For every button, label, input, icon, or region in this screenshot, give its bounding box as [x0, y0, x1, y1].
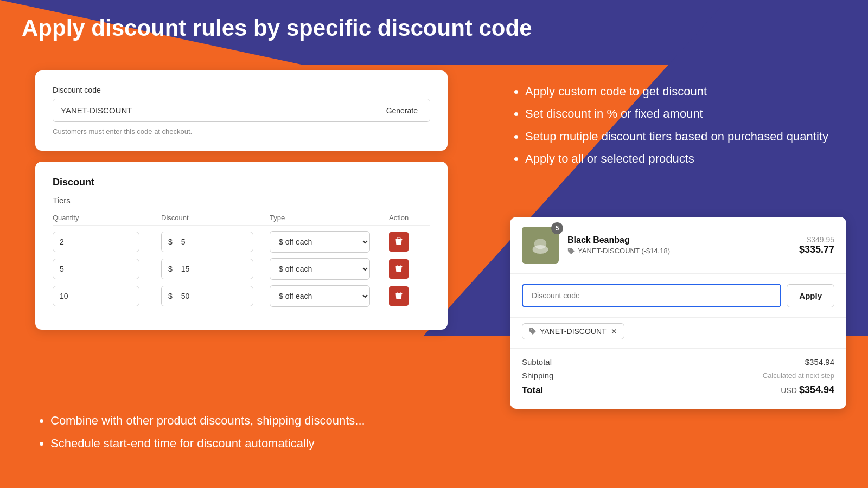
tier-3-delete-button[interactable] — [389, 286, 409, 306]
tier-2-type-select[interactable]: $ off each % off each — [270, 258, 370, 280]
subtotal-row: Subtotal $354.94 — [522, 357, 834, 367]
shipping-row: Shipping Calculated at next step — [522, 371, 834, 380]
product-discount-tag: YANET-DISCOUNT (-$14.18) — [567, 247, 790, 255]
dollar-sign: $ — [162, 259, 177, 279]
tag-applied-icon — [529, 328, 537, 335]
remove-tag-button[interactable]: ✕ — [611, 327, 617, 336]
trash-icon — [394, 237, 403, 246]
shipping-value: Calculated at next step — [763, 371, 834, 380]
discount-input-row: Apply — [522, 284, 834, 307]
product-row: 5 Black Beanbag YANET-DISCOUNT (-$14.18)… — [510, 217, 846, 274]
tier-3-quantity[interactable] — [53, 286, 139, 306]
tier-3-type-select[interactable]: $ off each % off each — [270, 285, 370, 307]
shipping-label: Shipping — [522, 371, 553, 380]
trash-icon — [394, 292, 403, 300]
tiers-label: Tiers — [53, 196, 430, 205]
tiers-header: Quantity Discount Type Action — [53, 210, 430, 226]
total-value: USD$354.94 — [781, 384, 834, 396]
page-title: Apply discount rules by specific discoun… — [22, 15, 532, 41]
tier-row: $ $ off each % off each — [53, 231, 430, 253]
discount-code-card: Discount code Generate Customers must en… — [35, 70, 448, 151]
dollar-sign: $ — [162, 232, 177, 252]
subtotal-value: $354.94 — [805, 357, 834, 367]
product-info: Black Beanbag YANET-DISCOUNT (-$14.18) — [567, 235, 790, 255]
tag-icon — [567, 247, 575, 255]
checkout-discount-input[interactable] — [522, 284, 781, 307]
apply-button[interactable]: Apply — [787, 284, 834, 307]
col-quantity: Quantity — [53, 214, 161, 222]
tier-2-discount-wrap: $ — [161, 259, 253, 279]
tier-1-quantity[interactable] — [53, 232, 139, 252]
badge-count: 5 — [551, 222, 563, 234]
tiers-card: Discount Tiers Quantity Discount Type Ac… — [35, 162, 448, 330]
tier-1-type-select[interactable]: $ off each % off each — [270, 231, 370, 253]
discount-code-input[interactable] — [53, 99, 374, 121]
total-label: Total — [522, 385, 543, 396]
checkout-card: 5 Black Beanbag YANET-DISCOUNT (-$14.18)… — [510, 217, 846, 409]
col-discount: Discount — [161, 214, 270, 222]
applied-tag-row: YANET-DISCOUNT ✕ — [510, 318, 846, 349]
generate-button[interactable]: Generate — [374, 99, 430, 121]
discount-code-label: Discount code — [53, 86, 430, 94]
tier-1-delete-button[interactable] — [389, 232, 409, 252]
hint-text: Customers must enter this code at checko… — [53, 127, 430, 136]
subtotal-label: Subtotal — [522, 357, 552, 367]
tier-3-discount-wrap: $ — [161, 286, 253, 306]
product-prices: $349.95 $335.77 — [799, 235, 834, 255]
bullet-item: Apply to all or selected products — [525, 149, 846, 169]
total-amount: $354.94 — [799, 384, 834, 395]
bullet-item: Combine with other product discounts, sh… — [50, 410, 404, 431]
col-type: Type — [270, 214, 389, 222]
product-image-wrap: 5 — [522, 227, 559, 264]
totals-area: Subtotal $354.94 Shipping Calculated at … — [510, 349, 846, 409]
tier-1-discount-wrap: $ — [161, 232, 253, 252]
bullet-list-top: Apply custom code to get discount Set di… — [510, 81, 846, 171]
discounted-price: $335.77 — [799, 244, 834, 255]
total-row: Total USD$354.94 — [522, 384, 834, 396]
tier-2-quantity[interactable] — [53, 259, 139, 279]
bullet-item: Set discount in % or fixed amount — [525, 104, 846, 124]
tier-3-discount-input[interactable] — [177, 286, 220, 306]
trash-icon — [394, 265, 403, 273]
tier-row: $ $ off each % off each — [53, 258, 430, 280]
usd-label: USD — [781, 386, 797, 395]
original-price: $349.95 — [799, 235, 834, 244]
applied-tag-text: YANET-DISCOUNT — [540, 327, 607, 336]
applied-tag: YANET-DISCOUNT ✕ — [522, 323, 624, 339]
discount-code-area: Apply — [510, 274, 846, 318]
beanbag-icon — [529, 234, 551, 256]
product-discount-text: YANET-DISCOUNT (-$14.18) — [578, 247, 670, 255]
col-action: Action — [389, 214, 432, 222]
tier-2-delete-button[interactable] — [389, 259, 409, 279]
tiers-heading: Discount — [53, 177, 430, 188]
tier-2-discount-input[interactable] — [177, 259, 220, 279]
product-name: Black Beanbag — [567, 235, 790, 245]
bullet-item: Schedule start-end time for discount aut… — [50, 433, 404, 453]
code-input-row: Generate — [53, 99, 430, 122]
tier-row: $ $ off each % off each — [53, 285, 430, 307]
tier-1-discount-input[interactable] — [177, 232, 220, 252]
bullet-item: Apply custom code to get discount — [525, 81, 846, 101]
svg-point-1 — [534, 239, 546, 249]
dollar-sign: $ — [162, 286, 177, 306]
bullet-list-bottom: Combine with other product discounts, sh… — [35, 410, 404, 455]
bullet-item: Setup mutiple discount tiers based on pu… — [525, 126, 846, 146]
